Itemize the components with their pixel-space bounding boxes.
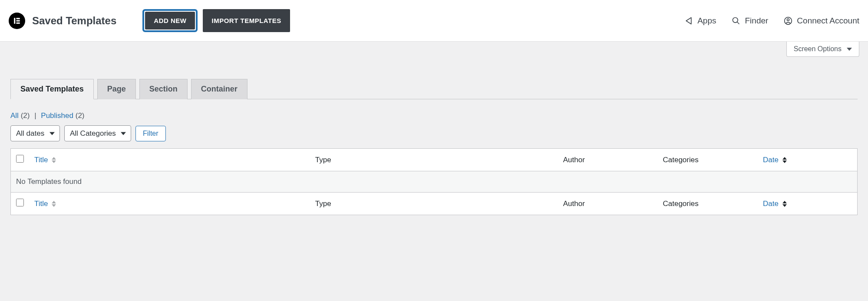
svg-point-4 xyxy=(733,17,738,23)
empty-message: No Templates found xyxy=(11,171,858,193)
templates-table: Title Type Author Categories Date No Tem… xyxy=(10,148,858,215)
screen-options-wrap: Screen Options xyxy=(0,42,868,57)
column-author-header: Author xyxy=(558,149,658,171)
svg-point-7 xyxy=(787,19,789,21)
chevron-down-icon xyxy=(847,48,852,51)
filter-published-link[interactable]: Published xyxy=(41,111,73,120)
column-categories-footer: Categories xyxy=(658,193,758,215)
filter-all-link[interactable]: All xyxy=(10,111,19,120)
column-title-label: Title xyxy=(34,200,48,208)
add-new-highlight: ADD NEW xyxy=(142,9,198,32)
apps-label: Apps xyxy=(697,16,716,26)
column-date-label: Date xyxy=(763,200,779,208)
header-buttons: ADD NEW IMPORT TEMPLATES xyxy=(142,9,290,32)
sort-icon xyxy=(782,157,787,163)
svg-line-5 xyxy=(737,22,739,24)
add-new-button[interactable]: ADD NEW xyxy=(145,12,195,29)
connect-account-link[interactable]: Connect Account xyxy=(784,16,859,26)
apps-icon xyxy=(684,16,693,25)
import-templates-button[interactable]: IMPORT TEMPLATES xyxy=(203,9,290,32)
sort-icon xyxy=(782,201,787,207)
select-all-checkbox-bottom[interactable] xyxy=(16,199,24,206)
sort-icon xyxy=(52,157,56,163)
column-categories-header: Categories xyxy=(658,149,758,171)
separator: | xyxy=(34,111,36,120)
column-date-header[interactable]: Date xyxy=(758,149,857,171)
categories-select[interactable]: All Categories xyxy=(64,125,131,141)
subsubsub: All (2) | Published (2) xyxy=(10,111,858,120)
finder-link[interactable]: Finder xyxy=(732,16,768,26)
header-right: Apps Finder Connect Account xyxy=(684,16,859,26)
page-title: Saved Templates xyxy=(32,15,116,27)
filter-button[interactable]: Filter xyxy=(135,126,166,141)
screen-options-button[interactable]: Screen Options xyxy=(786,42,859,57)
column-date-footer[interactable]: Date xyxy=(758,193,857,215)
svg-rect-2 xyxy=(17,20,20,21)
filter-all-count: (2) xyxy=(21,111,30,120)
column-title-label: Title xyxy=(34,156,48,164)
sort-icon xyxy=(52,201,56,207)
filters-row: All dates All Categories Filter xyxy=(10,125,858,141)
tab-saved-templates[interactable]: Saved Templates xyxy=(10,79,94,99)
dates-select[interactable]: All dates xyxy=(10,125,60,141)
column-author-footer: Author xyxy=(558,193,658,215)
select-all-checkbox-top[interactable] xyxy=(16,155,24,163)
finder-label: Finder xyxy=(745,16,768,26)
table-row-empty: No Templates found xyxy=(11,171,858,193)
select-all-footer xyxy=(11,193,30,215)
elementor-logo-icon xyxy=(9,13,25,29)
column-title-header[interactable]: Title xyxy=(29,149,310,171)
user-icon xyxy=(784,16,792,25)
column-type-footer: Type xyxy=(310,193,558,215)
tab-section[interactable]: Section xyxy=(139,79,188,99)
search-icon xyxy=(732,16,740,25)
svg-rect-3 xyxy=(17,22,20,23)
connect-account-label: Connect Account xyxy=(797,16,859,26)
column-title-footer[interactable]: Title xyxy=(29,193,310,215)
svg-rect-1 xyxy=(17,18,20,19)
column-type-header: Type xyxy=(310,149,558,171)
tabs: Saved Templates Page Section Container xyxy=(10,79,858,99)
top-header: Saved Templates ADD NEW IMPORT TEMPLATES… xyxy=(0,0,868,42)
filter-published-count: (2) xyxy=(76,111,85,120)
screen-options-label: Screen Options xyxy=(794,45,842,53)
apps-link[interactable]: Apps xyxy=(684,16,716,26)
content-area: Saved Templates Page Section Container A… xyxy=(0,57,868,226)
tab-page[interactable]: Page xyxy=(97,79,136,99)
select-all-header xyxy=(11,149,30,171)
column-date-label: Date xyxy=(763,156,779,164)
tab-container[interactable]: Container xyxy=(191,79,248,99)
svg-rect-0 xyxy=(14,18,15,24)
